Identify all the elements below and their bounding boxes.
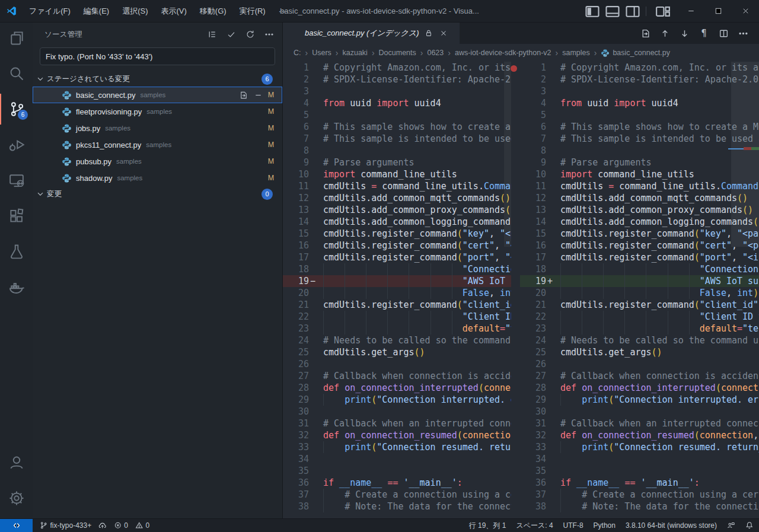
scm-file-shadow.py[interactable]: shadow.pysamplesM [33, 170, 282, 186]
code-line-16[interactable]: 16cmdUtils.register_command("cert", "<pa… [520, 240, 759, 251]
status-encoding[interactable]: UTF-8 [563, 521, 583, 530]
breadcrumb-item-2[interactable]: kazuaki [343, 49, 368, 57]
code-line-26[interactable]: 26 [520, 358, 759, 370]
code-line-2[interactable]: 2# SPDX-License-Identifier: Apache-2.0. [520, 74, 759, 85]
code-line-20[interactable]: 20 False, int) [520, 287, 759, 299]
menu-item-4[interactable]: 移動(G) [193, 0, 233, 23]
status-cursor-position[interactable]: 行 19、列 1 [469, 521, 506, 531]
code-line-37[interactable]: 37 # Create a connection using a certifi… [520, 489, 759, 501]
code-line-21[interactable]: 21cmdUtils.register_command("client_id",… [283, 299, 511, 311]
breakpoint-dot[interactable] [511, 65, 517, 72]
code-line-27[interactable]: 27# Callback when connection is accident… [283, 370, 511, 382]
code-line-6[interactable]: 6# This sample shows how to create a MQT… [283, 121, 511, 133]
code-line-27[interactable]: 27# Callback when connection is accident… [520, 370, 759, 382]
open-file-icon[interactable] [238, 90, 248, 100]
code-line-36[interactable]: 36if __name__ == '__main__': [520, 477, 759, 489]
code-line-9[interactable]: 9# Parse arguments [520, 157, 759, 168]
code-line-16[interactable]: 16cmdUtils.register_command("cert", "<pa… [283, 240, 511, 251]
code-line-25[interactable]: 25cmdUtils.get_args() [283, 346, 511, 358]
view-as-tree-icon[interactable] [205, 27, 219, 42]
status-publish-changes[interactable] [98, 521, 107, 530]
code-line-12[interactable]: 12cmdUtils.add_common_mqtt_commands() [520, 192, 759, 204]
code-line-1[interactable]: 1# Copyright Amazon.com, Inc. or its aff… [520, 62, 759, 74]
code-line-3[interactable]: 3 [283, 85, 511, 97]
code-line-15[interactable]: 15cmdUtils.register_command("key", "<pat… [520, 228, 759, 240]
code-line-11[interactable]: 11cmdUtils = command_line_utils.CommandL… [520, 180, 759, 192]
code-line-31[interactable]: 31# Callback when an interrupted connect… [520, 418, 759, 429]
status-branch-status[interactable]: fix-typo-433+ [40, 521, 91, 530]
code-line-34[interactable]: 34 [520, 453, 759, 465]
code-line-18[interactable]: 18 "Connection port. " + [520, 263, 759, 275]
code-line-32[interactable]: 32def on_connection_resumed(connection, … [283, 429, 511, 441]
breadcrumb-item-5[interactable]: aws-iot-device-sdk-python-v2 [455, 49, 551, 57]
scm-file-jobs.py[interactable]: jobs.pysamplesM [33, 120, 282, 136]
scm-file-fleetprovisioning.py[interactable]: fleetprovisioning.pysamplesM [33, 103, 282, 120]
activity-explorer[interactable] [0, 23, 33, 53]
section-header-1[interactable]: 変更0 [33, 186, 282, 202]
breadcrumb-item-4[interactable]: 0623 [427, 49, 444, 57]
code-line-29[interactable]: 29 print("Connection interrupted. error:… [283, 394, 511, 406]
tab-basic-connect[interactable]: basic_connect.py (インデックス) [283, 23, 460, 44]
code-line-6[interactable]: 6# This sample shows how to create a MQT… [520, 121, 759, 133]
maximize-button[interactable] [704, 0, 732, 23]
status-error-count[interactable]: 0 [114, 521, 128, 530]
status-feedback[interactable] [727, 521, 735, 530]
code-line-32[interactable]: 32def on_connection_resumed(connection, … [520, 429, 759, 441]
close-button[interactable] [732, 0, 759, 23]
code-line-36[interactable]: 36if __name__ == '__main__': [283, 477, 511, 489]
code-line-17[interactable]: 17cmdUtils.register_command("port", "<in… [283, 251, 511, 263]
breadcrumb-item-6[interactable]: samples [562, 49, 590, 57]
breadcrumb-item-3[interactable]: Documents [379, 49, 416, 57]
unstage-changes-icon[interactable] [253, 90, 263, 100]
status-language-mode[interactable]: Python [594, 521, 616, 530]
minimize-button[interactable] [677, 0, 704, 23]
split-editor-icon[interactable] [716, 26, 731, 41]
code-line-30[interactable]: 30 [520, 406, 759, 418]
code-line-34[interactable]: 34 [283, 453, 511, 465]
toggle-panel-icon[interactable] [604, 3, 621, 20]
code-line-5[interactable]: 5 [520, 109, 759, 121]
scm-file-basic_connect.py[interactable]: basic_connect.pysamplesM [33, 87, 282, 103]
code-line-31[interactable]: 31# Callback when an interrupted connect… [283, 418, 511, 429]
code-line-7[interactable]: 7# This sample is intended to be used as… [520, 133, 759, 145]
breadcrumb-item-0[interactable]: C: [294, 49, 301, 57]
remote-indicator[interactable] [0, 519, 33, 532]
commit-icon[interactable] [224, 27, 238, 42]
activity-docker[interactable] [0, 272, 33, 302]
toggle-primary-sidebar-icon[interactable] [584, 3, 601, 20]
code-line-17[interactable]: 17cmdUtils.register_command("port", "<in… [520, 251, 759, 263]
code-line-25[interactable]: 25cmdUtils.get_args() [520, 346, 759, 358]
code-line-35[interactable]: 35 [520, 465, 759, 477]
menu-item-0[interactable]: ファイル(F) [23, 0, 77, 23]
commit-message-input[interactable] [40, 47, 275, 65]
code-line-21[interactable]: 21cmdUtils.register_command("client_id",… [520, 299, 759, 311]
activity-source-control[interactable]: 6 [0, 94, 33, 125]
code-line-4[interactable]: 4from uuid import uuid4 [283, 97, 511, 109]
scrollbar-slider[interactable] [731, 62, 759, 247]
code-line-3[interactable]: 3 [520, 85, 759, 97]
code-line-19[interactable]: 19− "AWS IoT supports 433 and 8883 (opti… [283, 275, 511, 287]
status-notifications-bell[interactable] [745, 521, 754, 530]
more-actions-icon[interactable] [735, 26, 751, 41]
breadcrumb-item-1[interactable]: Users [312, 49, 331, 57]
activity-accounts[interactable] [0, 447, 33, 478]
diff-modified-pane[interactable]: 1# Copyright Amazon.com, Inc. or its aff… [520, 62, 759, 518]
status-indentation[interactable]: スペース: 4 [516, 521, 553, 531]
next-change-icon[interactable] [677, 26, 692, 41]
code-line-37[interactable]: 37 # Create a connection using a certifi… [283, 489, 511, 501]
code-line-9[interactable]: 9# Parse arguments [283, 157, 511, 168]
previous-change-icon[interactable] [657, 26, 672, 41]
status-warning-count[interactable]: 0 [135, 521, 149, 530]
code-line-5[interactable]: 5 [283, 109, 511, 121]
code-line-30[interactable]: 30 [283, 406, 511, 418]
code-line-23[interactable]: 23 default="test-" + str(uuid4())) [283, 323, 511, 335]
code-line-38[interactable]: 38 # Note: The data for the connection i… [283, 501, 511, 512]
code-line-23[interactable]: 23 default="test-" + str(uuid4())) [520, 323, 759, 335]
code-line-13[interactable]: 13cmdUtils.add_common_proxy_commands() [283, 204, 511, 216]
activity-remote-explorer[interactable] [0, 165, 33, 196]
code-line-26[interactable]: 26 [283, 358, 511, 370]
code-line-28[interactable]: 28def on_connection_interrupted(connecti… [520, 382, 759, 394]
code-line-33[interactable]: 33 print("Connection resumed. return_cod… [520, 441, 759, 453]
more-actions-icon[interactable] [262, 27, 276, 42]
code-line-19[interactable]: 19+ "AWS IoT supports 443 and 8883 (opti… [520, 275, 759, 287]
